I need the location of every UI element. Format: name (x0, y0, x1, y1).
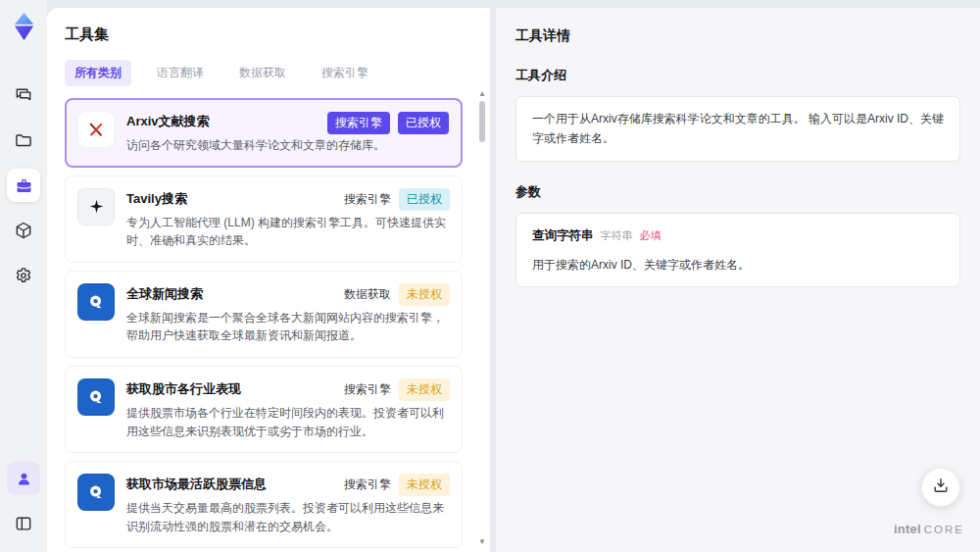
app-logo (11, 12, 37, 45)
app-window: 工具集 所有类别 语言翻译 数据获取 搜索引擎 Arxiv文献搜 (0, 0, 980, 552)
tool-details-panel: 工具详情 工具介绍 一个用于从Arxiv存储库搜索科学论文和文章的工具。 输入可… (496, 8, 980, 552)
tool-list-item[interactable]: Tavily搜索 专为人工智能代理 (LLM) 构建的搜索引擎工具。可快速提供实… (65, 176, 463, 263)
brand-primary: intel (894, 522, 921, 536)
auth-status-badge: 已授权 (399, 188, 450, 211)
parameter-required-flag: 必填 (640, 226, 662, 245)
tool-badges: 搜索引擎 未授权 (344, 474, 450, 496)
tool-description: 提供股票市场各个行业在特定时间段内的表现。投资者可以利用这些信息来识别表现优于或… (126, 404, 450, 440)
category-tab[interactable]: 所有类别 (65, 60, 131, 86)
sidebar-folder-icon[interactable] (7, 124, 40, 157)
news-logo-icon (77, 474, 115, 511)
sidebar-user-icon[interactable] (7, 462, 40, 495)
category-tab[interactable]: 数据获取 (229, 60, 296, 86)
category-badge: 搜索引擎 (344, 477, 391, 493)
arxiv-icon (77, 111, 115, 148)
sidebar-chat-bubbles-icon[interactable] (7, 78, 40, 112)
category-badge: 搜索引擎 (344, 191, 391, 208)
auth-status-badge: 未授权 (399, 474, 450, 496)
category-badge: 搜索引擎 (344, 381, 391, 398)
tool-list-item[interactable]: 全球新闻搜索 全球新闻搜索是一个聚合全球各大新闻网站内容的搜索引擎，帮助用户快速… (65, 271, 463, 358)
parameter-description: 用于搜索的Arxiv ID、关键字或作者姓名。 (532, 255, 944, 275)
tool-list-panel: 工具集 所有类别 语言翻译 数据获取 搜索引擎 Arxiv文献搜 (47, 8, 490, 552)
sidebar-panel-layout-icon[interactable] (7, 507, 40, 540)
tool-badges: 搜索引擎 已授权 (344, 188, 450, 211)
parameter-type: 字符串 (601, 226, 633, 245)
auth-status-badge: 已授权 (398, 112, 449, 134)
category-tab[interactable]: 搜索引擎 (312, 60, 378, 86)
parameter-head: 查询字符串 字符串 必填 (532, 226, 944, 246)
main-area: 工具集 所有类别 语言翻译 数据获取 搜索引擎 Arxiv文献搜 (47, 8, 980, 552)
parameter-item: 查询字符串 字符串 必填 用于搜索的Arxiv ID、关键字或作者姓名。 (515, 213, 960, 288)
tools-list: Arxiv文献搜索 访问各个研究领域大量科学论文和文章的存储库。 搜索引擎 已授… (65, 98, 470, 552)
params-heading: 参数 (515, 183, 960, 201)
icon-sidebar (0, 0, 47, 552)
scroll-down-icon[interactable]: ▼ (477, 538, 487, 546)
tool-description: 全球新闻搜索是一个聚合全球各大新闻网站内容的搜索引擎，帮助用户快速获取全球最新资… (126, 309, 450, 345)
download-icon (931, 476, 951, 499)
tool-list-item[interactable]: 获取市场最活跃股票信息 提供当天交易量最高的股票列表。投资者可以利用这些信息来识… (65, 461, 463, 548)
download-button[interactable] (921, 468, 960, 507)
tool-description: 专为人工智能代理 (LLM) 构建的搜索引擎工具。可快速提供实时、准确和真实的结… (126, 214, 450, 250)
tool-list-item[interactable]: 获取股市各行业表现 提供股票市场各个行业在特定时间段内的表现。投资者可以利用这些… (65, 366, 463, 453)
tool-description: 提供当天交易量最高的股票列表。投资者可以利用这些信息来识别流动性强的股票和潜在的… (126, 499, 450, 535)
sidebar-gear-icon[interactable] (7, 259, 40, 292)
intro-box: 一个用于从Arxiv存储库搜索科学论文和文章的工具。 输入可以是Arxiv ID… (515, 96, 960, 162)
category-badge: 数据获取 (344, 286, 391, 303)
news-logo-icon (77, 378, 115, 416)
auth-status-badge: 未授权 (399, 378, 450, 401)
category-tabs: 所有类别 语言翻译 数据获取 搜索引擎 (65, 60, 470, 86)
sparkle-icon (77, 188, 115, 226)
tool-badges: 搜索引擎 未授权 (344, 378, 450, 401)
intel-core-logo: intelcore (894, 522, 964, 536)
sidebar-bottom (7, 456, 40, 546)
parameter-name: 查询字符串 (532, 226, 594, 246)
tool-badges: 搜索引擎 已授权 (327, 112, 449, 134)
auth-status-badge: 未授权 (399, 283, 450, 306)
sidebar-cube-icon[interactable] (7, 214, 40, 247)
brand-secondary: core (924, 524, 964, 535)
category-badge: 搜索引擎 (327, 112, 390, 134)
tool-description: 访问各个研究领域大量科学论文和文章的存储库。 (126, 136, 450, 155)
intro-heading: 工具介绍 (515, 67, 960, 84)
news-logo-icon (77, 283, 115, 321)
scrollbar-thumb[interactable] (479, 101, 485, 142)
scroll-up-icon[interactable]: ▲ (477, 90, 487, 98)
tool-badges: 数据获取 未授权 (344, 283, 450, 306)
scrollbar: ▲ ▼ (477, 90, 487, 546)
sidebar-toolbox-icon[interactable] (7, 169, 40, 202)
category-tab[interactable]: 语言翻译 (147, 60, 214, 86)
tool-list-item[interactable]: Arxiv文献搜索 访问各个研究领域大量科学论文和文章的存储库。 搜索引擎 已授… (65, 98, 463, 168)
page-title: 工具集 (65, 25, 470, 44)
details-title: 工具详情 (515, 27, 960, 45)
